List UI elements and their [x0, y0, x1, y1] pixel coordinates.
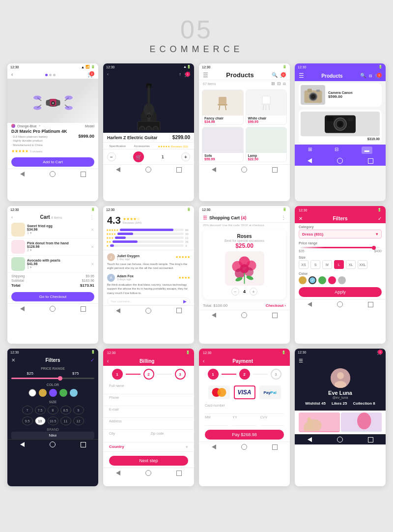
- nav-list-icon[interactable]: ⊟: [335, 147, 338, 154]
- size-7[interactable]: 7: [22, 406, 33, 414]
- next-step-btn[interactable]: Next step: [109, 456, 188, 466]
- size-m[interactable]: M: [322, 260, 332, 269]
- size-12[interactable]: 12: [73, 416, 84, 425]
- qty-plus-7[interactable]: +: [250, 288, 257, 296]
- nav-recents-3[interactable]: [272, 167, 278, 173]
- nav-back-5[interactable]: [20, 306, 25, 311]
- size-10[interactable]: 10: [35, 416, 46, 425]
- product-card-4[interactable]: Lamp $22.50: [246, 127, 287, 162]
- grid-view-icon[interactable]: ⊟: [277, 81, 281, 87]
- brand-input-9[interactable]: Nike: [11, 432, 94, 439]
- send-icon[interactable]: ▶: [183, 299, 187, 304]
- remove-item3[interactable]: ✕: [91, 262, 94, 266]
- nav-recents-4[interactable]: [368, 158, 373, 164]
- color-purple-9[interactable]: [49, 389, 57, 397]
- nav-back-6[interactable]: [116, 308, 120, 313]
- close-icon-9[interactable]: ✕: [11, 357, 15, 363]
- cart-wrap-12[interactable]: 🛒 1: [377, 350, 383, 355]
- nav-back-12[interactable]: [308, 437, 312, 442]
- menu-icon-4[interactable]: ☰: [299, 72, 304, 79]
- price-slider-9[interactable]: [11, 378, 94, 379]
- qty-minus-7[interactable]: −: [231, 288, 239, 296]
- nav-home-2[interactable]: [145, 167, 151, 173]
- list-view-icon[interactable]: ⊞: [271, 81, 275, 87]
- color-gray[interactable]: [338, 276, 346, 284]
- size-s[interactable]: S: [310, 260, 320, 269]
- checkout-btn-5[interactable]: Go to Checkout: [11, 292, 94, 301]
- size-85[interactable]: 8.5: [60, 406, 71, 414]
- color-gold[interactable]: [299, 276, 307, 284]
- nav-back-2[interactable]: [116, 167, 120, 172]
- nav-back-9[interactable]: [20, 442, 25, 447]
- size-xs[interactable]: XS: [299, 260, 309, 269]
- size-9[interactable]: 9: [73, 406, 84, 414]
- cart-wrap-2[interactable]: 🛒 1: [184, 72, 190, 77]
- slider-thumb-8[interactable]: [372, 246, 376, 250]
- size-xl[interactable]: XL: [346, 260, 356, 269]
- nav-back-4[interactable]: [308, 158, 312, 163]
- color-green[interactable]: [318, 276, 326, 284]
- nav-recents-7[interactable]: [272, 313, 278, 318]
- size-11[interactable]: 11: [60, 416, 71, 425]
- menu-icon-7[interactable]: ☰: [203, 215, 207, 220]
- nav-home-8[interactable]: [337, 301, 343, 307]
- nav-recents-5[interactable]: [81, 306, 86, 312]
- plus-btn[interactable]: +: [181, 152, 190, 161]
- product-card-chair1[interactable]: Fancy chair $34.98: [202, 89, 244, 125]
- product-card-chair2[interactable]: White chair $99.95: [246, 89, 287, 125]
- search-icon-3[interactable]: 🔍: [272, 72, 278, 78]
- cart-icon-1[interactable]: 🛒 2: [87, 71, 94, 78]
- nav-home-5[interactable]: [50, 306, 56, 312]
- more-icon-5[interactable]: ⋮: [89, 214, 94, 220]
- add-cart-btn-2[interactable]: 🛒: [133, 151, 144, 162]
- camera-card-2[interactable]: $319.00: [299, 110, 382, 144]
- nav-back-1[interactable]: [20, 172, 25, 177]
- nav-selected-icon[interactable]: ▬: [362, 147, 372, 154]
- size-75[interactable]: 7.5: [35, 406, 46, 414]
- nav-home-7[interactable]: [241, 312, 247, 318]
- remove-item2[interactable]: ✕: [91, 245, 94, 249]
- nav-recents-9[interactable]: [81, 442, 86, 447]
- flower-checkout-btn[interactable]: Checkout ›: [266, 303, 286, 308]
- color-blue[interactable]: ✓: [309, 276, 316, 284]
- color-green-9[interactable]: [59, 389, 67, 397]
- check-icon-9[interactable]: ✓: [90, 357, 94, 363]
- paypal-option[interactable]: PayPal: [259, 385, 281, 399]
- check-icon-8[interactable]: ✓: [378, 216, 382, 221]
- nav-recents-1[interactable]: [81, 172, 86, 177]
- tab-reviews[interactable]: ★★★★★ Reviews (62): [158, 145, 188, 148]
- remove-item1[interactable]: ✕: [91, 228, 94, 232]
- nav-back-3[interactable]: [212, 167, 216, 172]
- nav-back-10[interactable]: [116, 471, 120, 475]
- filter-icon-4[interactable]: ⧈: [369, 73, 372, 79]
- nav-recents-11[interactable]: [272, 444, 278, 450]
- nav-home-11[interactable]: [241, 444, 247, 450]
- visa-option[interactable]: VISA: [234, 385, 255, 399]
- slider-thumb-9[interactable]: [58, 376, 62, 381]
- nav-recents-12[interactable]: [368, 437, 373, 443]
- color-blue-9[interactable]: [70, 389, 78, 397]
- nav-recents-8[interactable]: [368, 302, 373, 307]
- menu-icon-12[interactable]: ☰: [299, 358, 303, 363]
- nav-home-10[interactable]: [145, 470, 151, 476]
- nav-home-4[interactable]: [337, 158, 343, 164]
- nav-back-7[interactable]: [212, 313, 216, 318]
- size-8[interactable]: 8: [48, 406, 58, 414]
- tab-accessories[interactable]: Accessories: [134, 145, 150, 148]
- size-xxl[interactable]: XXL: [358, 260, 367, 269]
- more-icon-7[interactable]: ⋮: [281, 215, 286, 220]
- share-icon[interactable]: ↑: [179, 72, 182, 77]
- gallery-img-1[interactable]: [299, 413, 340, 432]
- nav-recents-2[interactable]: [176, 167, 182, 173]
- back-icon-5[interactable]: ‹: [11, 215, 13, 220]
- gallery-img-2[interactable]: [341, 413, 382, 432]
- back-icon-1[interactable]: ‹: [11, 72, 13, 77]
- category-dropdown[interactable]: Dress (831) ▾: [299, 230, 382, 238]
- cart-wrap-4[interactable]: 🛒 1: [375, 73, 382, 79]
- minus-btn[interactable]: −: [107, 152, 116, 161]
- product-card-3[interactable]: Sofa $59.99: [202, 127, 244, 162]
- close-icon-8[interactable]: ✕: [299, 216, 303, 221]
- nav-home-6[interactable]: [145, 308, 151, 314]
- size-105[interactable]: 10.5: [48, 416, 58, 425]
- camera-card-1[interactable]: Camera Canon $599.00: [299, 83, 382, 107]
